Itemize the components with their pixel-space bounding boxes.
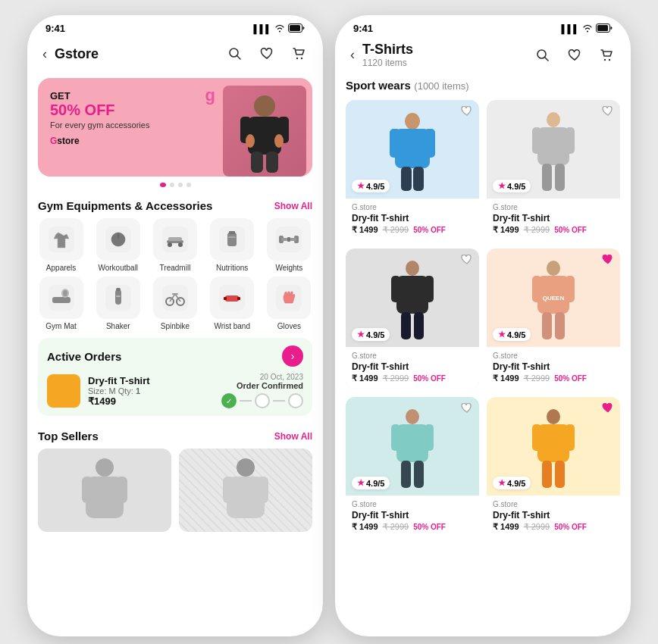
category-shaker[interactable]: Shaker xyxy=(92,277,144,330)
category-treadmill[interactable]: Treadmill xyxy=(149,218,201,272)
product-card-5[interactable]: ★ 4.9/5 G.store Dry-fit T-shirt ₹ 1499 ₹… xyxy=(346,397,479,538)
svg-point-80 xyxy=(547,261,560,276)
phone-1: 9:41 ▌▌▌ ‹ Gstore xyxy=(27,15,323,636)
product-info-4: G.store Dry-fit T-shirt ₹ 1499 ₹ 2999 50… xyxy=(487,347,620,389)
orders-arrow-button[interactable]: › xyxy=(282,345,303,367)
banner-get-text: GET xyxy=(50,90,300,102)
wishlist-button-2[interactable] xyxy=(562,43,587,67)
banner-description: For every gym accessories xyxy=(50,120,300,130)
top-sellers-section: Top Sellers Show All xyxy=(27,424,323,538)
product-image-4: QUEEN ★ 4.9/5 xyxy=(487,249,620,347)
progress-step-3 xyxy=(288,393,303,408)
category-weights[interactable]: Weights xyxy=(263,218,315,272)
weights-icon-box xyxy=(267,218,311,261)
svg-rect-67 xyxy=(413,167,424,191)
order-meta: Size: M Qty: 1 xyxy=(88,386,214,395)
product-heart-4[interactable] xyxy=(602,255,614,268)
svg-rect-44 xyxy=(224,297,227,300)
gym-mat-label: Gym Mat xyxy=(45,322,77,330)
gym-section-header: Gym Equipments & Accessories Show All xyxy=(27,192,323,218)
seller-card-1[interactable] xyxy=(38,449,171,532)
cart-button[interactable] xyxy=(287,42,311,66)
apparels-icon-box xyxy=(39,218,83,261)
svg-rect-55 xyxy=(223,477,234,503)
svg-point-3 xyxy=(296,58,298,59)
order-item-1[interactable]: Dry-fit T-shirt Size: M Qty: 1 ₹1499 20 … xyxy=(47,373,303,408)
wishlist-button[interactable] xyxy=(255,42,279,66)
star-icon-4: ★ xyxy=(498,330,506,339)
status-icons-2: ▌▌▌ xyxy=(562,23,613,34)
svg-point-93 xyxy=(547,409,560,424)
product-store-2: G.store xyxy=(493,203,614,211)
svg-rect-85 xyxy=(542,312,552,339)
category-gloves[interactable]: Gloves xyxy=(263,277,315,330)
order-product-name: Dry-fit T-shirt xyxy=(88,375,214,386)
search-button[interactable] xyxy=(223,42,247,66)
spinbike-label: Spinbike xyxy=(161,322,190,330)
product-heart-2[interactable] xyxy=(602,106,614,120)
category-gym-mat[interactable]: Gym Mat xyxy=(35,277,87,330)
svg-point-74 xyxy=(406,261,419,276)
product-old-price-6: ₹ 2999 xyxy=(524,522,550,531)
svg-rect-79 xyxy=(414,312,424,339)
top-sellers-header: Top Sellers Show All xyxy=(38,430,312,442)
product-info-5: G.store Dry-fit T-shirt ₹ 1499 ₹ 2999 50… xyxy=(346,496,479,538)
dot-4[interactable] xyxy=(186,183,191,187)
product-info-6: G.store Dry-fit T-shirt ₹ 1499 ₹ 2999 50… xyxy=(487,496,620,538)
product-image-1: ★ 4.9/5 xyxy=(346,100,479,199)
svg-point-47 xyxy=(60,382,67,389)
category-apparels[interactable]: Apparels xyxy=(35,218,87,272)
promo-banner[interactable]: GET 50% OFF For every gym accessories Gs… xyxy=(38,78,312,177)
category-nutritions[interactable]: Nutritions xyxy=(206,218,258,272)
dot-3[interactable] xyxy=(178,183,183,187)
signal-icon: ▌▌▌ xyxy=(254,24,271,33)
svg-point-49 xyxy=(96,458,114,477)
top-sellers-show-all[interactable]: Show All xyxy=(274,431,312,442)
product-heart-1[interactable] xyxy=(461,106,473,120)
product-card-6[interactable]: ★ 4.9/5 G.store Dry-fit T-shirt ₹ 1499 ₹… xyxy=(487,397,620,538)
svg-rect-22 xyxy=(227,233,237,246)
cart-button-2[interactable] xyxy=(594,43,619,67)
category-spinbike[interactable]: Spinbike xyxy=(149,277,201,330)
svg-rect-37 xyxy=(116,288,121,291)
svg-rect-94 xyxy=(537,424,569,462)
product-heart-5[interactable] xyxy=(461,403,473,417)
svg-rect-45 xyxy=(237,297,240,300)
svg-rect-32 xyxy=(52,297,70,303)
svg-point-4 xyxy=(301,58,302,59)
battery-icon xyxy=(288,23,305,34)
svg-rect-70 xyxy=(532,127,541,154)
product-heart-3[interactable] xyxy=(461,255,473,268)
category-workoutball[interactable]: Workoutball xyxy=(92,218,144,272)
dot-2[interactable] xyxy=(170,183,174,187)
spinbike-icon-box xyxy=(153,277,197,319)
gloves-label: Gloves xyxy=(277,322,301,330)
product-heart-6[interactable] xyxy=(602,403,614,417)
back-button[interactable]: ‹ xyxy=(39,45,50,64)
star-icon-1: ★ xyxy=(357,181,365,191)
product-old-price-5: ₹ 2999 xyxy=(383,522,409,531)
seller-card-2[interactable] xyxy=(179,449,312,532)
product-name-5: Dry-fit T-shirt xyxy=(352,510,473,521)
product-image-3: ★ 4.9/5 xyxy=(346,249,479,347)
product-card-1[interactable]: ★ 4.9/5 G.store Dry-fit T-shirt ₹ 1499 ₹… xyxy=(346,100,479,241)
category-wrist-band[interactable]: Wrist band xyxy=(206,277,258,330)
weights-label: Weights xyxy=(275,264,302,272)
product-card-3[interactable]: ★ 4.9/5 G.store Dry-fit T-shirt ₹ 1499 ₹… xyxy=(346,249,479,389)
product-card-2[interactable]: ★ 4.9/5 G.store Dry-fit T-shirt ₹ 1499 ₹… xyxy=(487,100,620,241)
product-image-6: ★ 4.9/5 xyxy=(487,397,620,496)
product-old-price-1: ₹ 2999 xyxy=(383,225,409,234)
svg-rect-98 xyxy=(555,461,565,488)
progress-step-1: ✓ xyxy=(221,393,237,408)
product-old-price-4: ₹ 2999 xyxy=(524,374,550,383)
product-card-4[interactable]: QUEEN ★ 4.9/5 G.store xyxy=(487,249,620,389)
dot-1[interactable] xyxy=(160,183,166,187)
treadmill-label: Treadmill xyxy=(160,264,191,272)
svg-rect-91 xyxy=(401,461,411,488)
phone-2: 9:41 ▌▌▌ ‹ T-Shirt xyxy=(335,15,631,636)
back-button-2[interactable]: ‹ xyxy=(347,45,358,64)
gym-show-all[interactable]: Show All xyxy=(274,201,312,211)
search-button-2[interactable] xyxy=(531,43,555,67)
product-rating-1: ★ 4.9/5 xyxy=(352,180,390,192)
main-scroll-2: Sport wears (1000 items) xyxy=(335,74,631,636)
